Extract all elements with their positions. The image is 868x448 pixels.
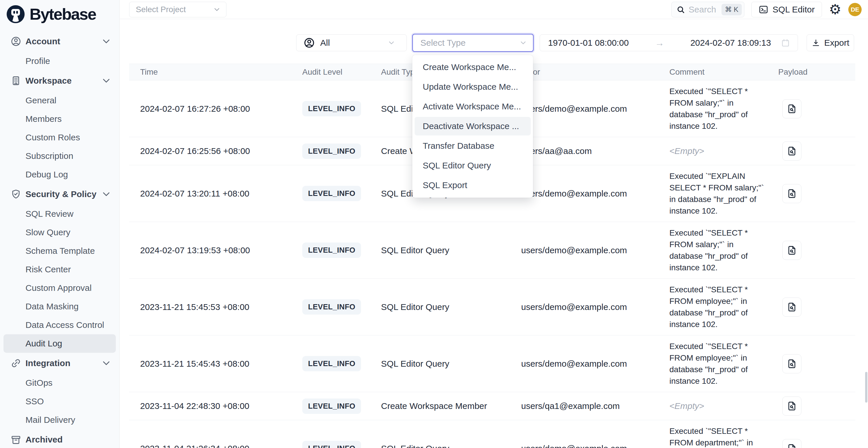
sidebar-item-label: Subscription (26, 151, 73, 161)
sidebar-item-security-policy[interactable]: Security & Policy (3, 185, 116, 203)
sidebar-item-label: Security & Policy (26, 189, 96, 199)
payload-view-button[interactable] (782, 141, 801, 161)
project-select-placeholder: Select Project (136, 5, 186, 14)
sidebar-item-gitops[interactable]: GitOps (3, 374, 116, 392)
cell-time: 2024-02-07 16:25:56 +08:00 (129, 146, 291, 156)
search-input[interactable]: Search ⌘ K (672, 2, 744, 18)
sidebar: Bytebase AccountProfileWorkspaceGeneralM… (0, 0, 120, 448)
date-start-value: 1970-01-01 08:00:00 (548, 38, 629, 48)
gear-icon[interactable]: ⚙ (829, 3, 841, 17)
payload-view-button[interactable] (782, 439, 801, 448)
file-search-icon (787, 302, 797, 312)
payload-view-button[interactable] (782, 184, 801, 203)
cell-payload (770, 184, 855, 203)
payload-view-button[interactable] (782, 241, 801, 260)
sidebar-item-general[interactable]: General (3, 91, 116, 110)
sql-editor-button[interactable]: SQL Editor (751, 2, 822, 18)
sidebar-item-custom-roles[interactable]: Custom Roles (3, 128, 116, 147)
sidebar-item-data-access-control[interactable]: Data Access Control (3, 316, 116, 334)
sidebar-item-slow-query[interactable]: Slow Query (3, 223, 116, 242)
cell-audit-level: LEVEL_INFO (291, 299, 369, 315)
menu-item-transfer-database[interactable]: Transfer Database (414, 137, 531, 155)
chevron-down-icon (101, 36, 112, 47)
cell-payload (770, 354, 855, 373)
cell-audit-type: SQL Editor Query (369, 246, 509, 255)
sidebar-item-audit-log[interactable]: Audit Log (3, 334, 116, 353)
menu-item-sql-editor-query[interactable]: SQL Editor Query (414, 156, 531, 175)
shield-check-icon (10, 189, 22, 200)
link-icon (10, 358, 22, 369)
sidebar-item-debug-log[interactable]: Debug Log (3, 165, 116, 184)
sidebar-item-account[interactable]: Account (3, 32, 116, 51)
sidebar-item-label: Risk Center (26, 264, 71, 274)
avatar[interactable]: DE (848, 3, 862, 16)
cell-audit-level: LEVEL_INFO (291, 243, 369, 258)
archive-icon (10, 434, 22, 445)
download-icon (811, 38, 820, 47)
date-range-picker[interactable]: 1970-01-01 08:00:00 → 2024-02-07 18:09:1… (540, 34, 798, 51)
cell-comment: Executed `"SELECT * FROM employee;"` in … (659, 341, 770, 387)
level-badge: LEVEL_INFO (302, 143, 361, 159)
chevron-down-icon (519, 39, 527, 47)
cell-comment: <Empty> (659, 145, 770, 157)
sidebar-item-integration[interactable]: Integration (3, 354, 116, 373)
bytebase-mascot-icon (6, 5, 25, 24)
sidebar-item-label: Schema Template (26, 246, 95, 256)
chevron-down-icon (213, 5, 221, 13)
cell-time: 2023-11-04 22:48:30 +08:00 (129, 401, 291, 411)
user-circle-icon (10, 36, 22, 47)
file-search-icon (787, 104, 797, 114)
sidebar-item-label: SSO (26, 396, 44, 406)
sidebar-item-sso[interactable]: SSO (3, 392, 116, 411)
level-badge: LEVEL_INFO (302, 186, 361, 201)
sidebar-item-label: Workspace (26, 76, 72, 86)
type-filter-select[interactable]: Select Type (412, 34, 534, 52)
file-search-icon (787, 401, 797, 411)
cell-time: 2023-11-21 15:45:53 +08:00 (129, 302, 291, 312)
cell-audit-type: Create Workspace Member (369, 401, 509, 411)
search-shortcut-badge: ⌘ K (721, 4, 742, 15)
sidebar-item-custom-approval[interactable]: Custom Approval (3, 279, 116, 297)
sidebar-item-label: Custom Approval (26, 283, 92, 293)
payload-view-button[interactable] (782, 99, 801, 118)
payload-view-button[interactable] (782, 354, 801, 373)
calendar-icon (781, 38, 790, 47)
cell-audit-level: LEVEL_INFO (291, 398, 369, 414)
cell-actor: users/demo@example.com (509, 444, 659, 448)
sidebar-item-subscription[interactable]: Subscription (3, 147, 116, 165)
arrow-right-icon: → (642, 38, 677, 48)
sidebar-item-workspace[interactable]: Workspace (3, 71, 116, 90)
sidebar-item-archived[interactable]: Archived (3, 430, 116, 448)
menu-item-create-workspace-me[interactable]: Create Workspace Me... (414, 58, 531, 76)
sidebar-item-label: Debug Log (26, 169, 68, 180)
table-row: 2023-11-21 15:45:53 +08:00LEVEL_INFOSQL … (129, 279, 855, 335)
column-header-audit-level: Audit Level (291, 67, 369, 77)
actor-filter-select[interactable]: All (296, 34, 407, 51)
level-badge: LEVEL_INFO (302, 441, 361, 448)
sidebar-item-sql-review[interactable]: SQL Review (3, 204, 116, 223)
sidebar-item-label: Profile (26, 56, 50, 66)
sidebar-item-risk-center[interactable]: Risk Center (3, 260, 116, 279)
vertical-scrollbar[interactable] (865, 372, 867, 403)
sidebar-item-members[interactable]: Members (3, 110, 116, 128)
menu-item-sql-export[interactable]: SQL Export (414, 176, 531, 194)
table-row: 2023-11-04 21:26:34 +08:00LEVEL_INFOSQL … (129, 420, 855, 448)
menu-item-deactivate-workspace[interactable]: Deactivate Workspace ... (414, 117, 531, 135)
cell-time: 2024-02-07 13:20:11 +08:00 (129, 189, 291, 198)
menu-item-update-workspace-me[interactable]: Update Workspace Me... (414, 77, 531, 96)
cell-audit-level: LEVEL_INFO (291, 441, 369, 448)
column-header-comment: Comment (659, 67, 770, 77)
sidebar-item-mail-delivery[interactable]: Mail Delivery (3, 411, 116, 429)
project-select[interactable]: Select Project (129, 2, 226, 18)
table-row: 2023-11-21 15:45:43 +08:00LEVEL_INFOSQL … (129, 335, 855, 392)
payload-view-button[interactable] (782, 297, 801, 317)
payload-view-button[interactable] (782, 396, 801, 416)
brand-logo[interactable]: Bytebase (0, 0, 119, 24)
sidebar-item-data-masking[interactable]: Data Masking (3, 297, 116, 316)
sidebar-item-schema-template[interactable]: Schema Template (3, 242, 116, 260)
menu-item-activate-workspace-me[interactable]: Activate Workspace Me... (414, 97, 531, 116)
cell-payload (770, 396, 855, 416)
export-button[interactable]: Export (807, 34, 854, 51)
sidebar-item-profile[interactable]: Profile (3, 52, 116, 70)
table-row: 2024-02-07 13:19:53 +08:00LEVEL_INFOSQL … (129, 222, 855, 279)
